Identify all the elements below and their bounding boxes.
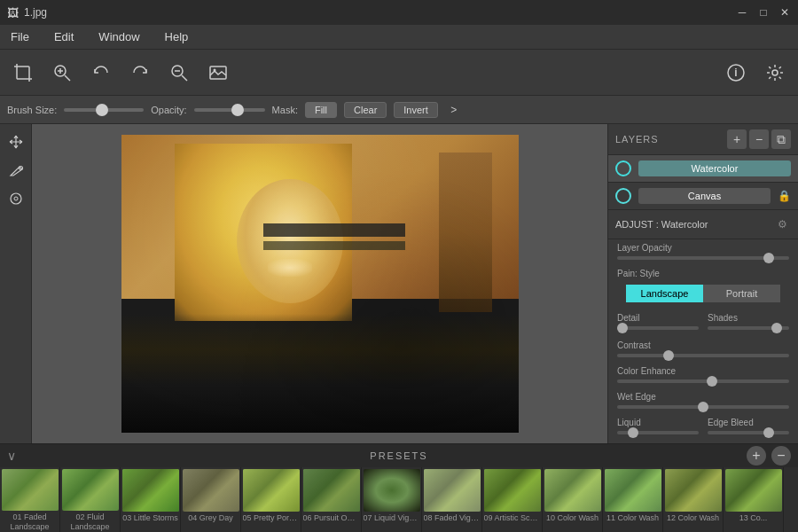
adjust-title: ADJUST : Watercolor [615, 219, 773, 230]
layer-name-canvas[interactable]: Canvas [638, 188, 771, 204]
brush-size-label: Brush Size: [7, 105, 57, 115]
menu-bar: File Edit Window Help [0, 25, 798, 50]
zoom-out-tool[interactable] [163, 57, 195, 89]
layer-visibility-watercolor[interactable] [615, 160, 631, 176]
left-tools-panel [0, 124, 32, 443]
preset-item-1[interactable]: 01 FadedLandscape [0, 467, 60, 532]
opacity-slider[interactable] [194, 108, 265, 112]
fill-button[interactable]: Fill [305, 102, 337, 118]
clear-button[interactable]: Clear [344, 102, 387, 118]
color-enhance-row: Color Enhance [608, 363, 798, 388]
contrast-slider[interactable] [617, 354, 789, 357]
preset-thumb-8 [424, 469, 481, 512]
svg-point-19 [14, 197, 18, 200]
layer-opacity-label: Layer Opacity [617, 243, 789, 253]
preset-label-5: 05 Pretty Portrait [243, 513, 300, 523]
liquid-edgebleed-row: Liquid Edge Bleed [608, 414, 798, 442]
layer-opacity-slider[interactable] [617, 256, 789, 260]
svg-text:i: i [734, 66, 737, 79]
menu-file[interactable]: File [5, 28, 35, 45]
preset-item-8[interactable]: 08 Faded Vignette [422, 467, 482, 532]
right-panel: LAYERS + − ⧉ Watercolor Canvas 🔒 ADJUST … [607, 124, 798, 443]
preset-item-7[interactable]: 07 Liquid Vignette [362, 467, 422, 532]
preset-thumb-7 [364, 469, 420, 512]
color-enhance-label: Color Enhance [617, 366, 789, 376]
preset-item-9[interactable]: 09 Artistic Scene [482, 467, 543, 532]
svg-point-16 [772, 70, 778, 75]
preset-thumb-13 [725, 469, 782, 512]
maximize-button[interactable]: □ [757, 6, 770, 19]
adjust-settings-icon[interactable]: ⚙ [773, 215, 791, 233]
brush-size-slider[interactable] [64, 108, 144, 112]
preset-item-11[interactable]: 11 Color Wash [603, 467, 663, 532]
preset-item-12[interactable]: 12 Color Wash [663, 467, 724, 532]
preset-label-2: 02 FluidLandscape [70, 512, 109, 531]
detail-label: Detail [617, 313, 699, 323]
presets-add-button[interactable]: + [747, 446, 766, 466]
color-enhance-slider[interactable] [617, 379, 789, 383]
layer-name-watercolor[interactable]: Watercolor [638, 160, 791, 176]
detail-slider[interactable] [617, 326, 699, 330]
preset-label-9: 09 Artistic Scene [484, 513, 541, 523]
close-button[interactable]: ✕ [778, 6, 791, 19]
title-bar-controls: ─ □ ✕ [736, 6, 791, 19]
preset-item-2[interactable]: 02 FluidLandscape [60, 467, 121, 532]
rotate-right-tool[interactable] [124, 57, 156, 89]
layer-visibility-canvas[interactable] [615, 188, 631, 204]
preset-label-4: 04 Grey Day [188, 513, 233, 523]
preset-item-6[interactable]: 06 Pursuit Outline [301, 467, 362, 532]
wet-edge-slider[interactable] [617, 405, 789, 409]
menu-edit[interactable]: Edit [49, 28, 79, 45]
detail-shades-row: Detail Shades [608, 309, 798, 337]
crop-tool[interactable] [7, 57, 39, 89]
layer-canvas[interactable]: Canvas 🔒 [608, 183, 798, 210]
canvas-image [121, 135, 519, 433]
edge-bleed-slider[interactable] [708, 431, 789, 434]
presets-title: PRESETS [370, 450, 427, 461]
app-icon: 🖼 [7, 6, 19, 20]
preset-item-13[interactable]: 13 Co... [724, 467, 784, 532]
preset-item-3[interactable]: 03 Little Storms [121, 467, 181, 532]
preset-label-6: 06 Pursuit Outline [303, 513, 360, 523]
brush-tool[interactable] [4, 158, 28, 183]
menu-window[interactable]: Window [93, 28, 145, 45]
eraser-tool[interactable] [4, 186, 28, 211]
preset-item-10[interactable]: 10 Color Wash [543, 467, 603, 532]
wet-edge-row: Wet Edge [608, 388, 798, 414]
invert-button[interactable]: Invert [394, 102, 438, 118]
preset-thumb-2 [62, 469, 119, 511]
zoom-in-tool[interactable] [46, 57, 78, 89]
presets-bar: ∨ PRESETS + − 01 FadedLandscape 02 Fluid… [0, 443, 798, 532]
image-tool[interactable] [202, 57, 234, 89]
svg-line-6 [65, 75, 70, 81]
shades-slider[interactable] [708, 326, 789, 330]
options-chevron[interactable]: > [445, 101, 463, 119]
title-bar: 🖼 1.jpg ─ □ ✕ [0, 0, 798, 25]
preset-label-1: 01 FadedLandscape [10, 512, 49, 531]
layers-add-button[interactable]: + [727, 129, 747, 149]
info-tool[interactable]: i [720, 57, 752, 89]
menu-help[interactable]: Help [160, 28, 194, 45]
preset-item-4[interactable]: 04 Grey Day [181, 467, 241, 532]
style-portrait-button[interactable]: Portrait [703, 285, 780, 302]
window-title: 1.jpg [24, 6, 47, 19]
settings-tool[interactable] [759, 57, 791, 89]
preset-thumb-3 [122, 469, 179, 512]
presets-collapse-button[interactable]: ∨ [7, 449, 16, 463]
move-tool[interactable] [4, 129, 28, 154]
layers-header: LAYERS + − ⧉ [608, 124, 798, 155]
rotate-left-tool[interactable] [85, 57, 117, 89]
style-landscape-button[interactable]: Landscape [626, 285, 703, 302]
liquid-label: Liquid [617, 418, 699, 427]
layer-watercolor[interactable]: Watercolor [608, 155, 798, 183]
preset-item-5[interactable]: 05 Pretty Portrait [241, 467, 301, 532]
minimize-button[interactable]: ─ [736, 6, 748, 19]
edge-bleed-label: Edge Bleed [708, 418, 789, 427]
main-area: LAYERS + − ⧉ Watercolor Canvas 🔒 ADJUST … [0, 124, 798, 443]
layers-remove-button[interactable]: − [749, 129, 769, 149]
layers-duplicate-button[interactable]: ⧉ [771, 129, 791, 149]
liquid-slider[interactable] [617, 431, 699, 434]
adjust-header: ADJUST : Watercolor ⚙ [608, 210, 798, 239]
presets-remove-button[interactable]: − [771, 446, 791, 466]
canvas-area [32, 124, 607, 443]
